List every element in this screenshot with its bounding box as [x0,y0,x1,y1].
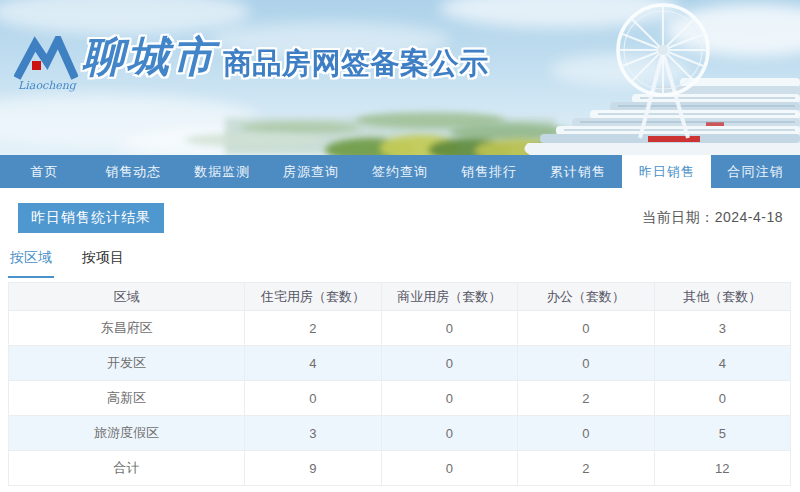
cell-value: 2 [245,311,381,346]
cell-value: 0 [518,346,654,381]
brand: Liaocheng 聊城市 商品房网签备案公示 [14,36,489,92]
cell-value: 4 [654,346,790,381]
cell-region: 高新区 [9,381,245,416]
cell-value: 0 [518,416,654,451]
cell-value: 3 [654,311,790,346]
current-date-label: 当前日期：2024-4-18 [642,209,783,227]
cell-region: 东昌府区 [9,311,245,346]
nav-item-contract-query[interactable]: 签约查询 [356,155,445,188]
table-row: 旅游度假区 3 0 0 5 [9,416,791,451]
table-header-row: 区域 住宅用房（套数） 商业用房（套数） 办公（套数） 其他（套数） [9,283,791,311]
main-nav: 首页 销售动态 数据监测 房源查询 签约查询 销售排行 累计销售 昨日销售 合同… [0,155,800,188]
col-header-commercial: 商业用房（套数） [381,283,517,311]
tab-by-project[interactable]: 按项目 [80,249,126,278]
liaocheng-logo-icon: Liaocheng [14,36,78,92]
table-row: 东昌府区 2 0 0 3 [9,311,791,346]
cell-value: 0 [245,381,381,416]
cell-region: 合计 [9,451,245,486]
cell-value: 3 [245,416,381,451]
cell-value: 0 [654,381,790,416]
cell-value: 0 [381,416,517,451]
tab-by-region[interactable]: 按区域 [8,249,54,278]
nav-item-data-monitor[interactable]: 数据监测 [178,155,267,188]
table-row: 高新区 0 0 2 0 [9,381,791,416]
cell-value: 0 [381,451,517,486]
nav-item-sales-ranking[interactable]: 销售排行 [444,155,533,188]
col-header-office: 办公（套数） [518,283,654,311]
col-header-residential: 住宅用房（套数） [245,283,381,311]
cell-value: 4 [245,346,381,381]
cell-value: 9 [245,451,381,486]
logo-script-text: Liaocheng [18,79,78,92]
nav-item-listing-query[interactable]: 房源查询 [267,155,356,188]
table-row-total: 合计 9 0 2 12 [9,451,791,486]
nav-item-total-sales[interactable]: 累计销售 [533,155,622,188]
content-area: 昨日销售统计结果 当前日期：2024-4-18 按区域 按项目 区域 住宅用房（… [0,188,800,486]
cell-value: 2 [518,381,654,416]
cell-value: 0 [518,311,654,346]
col-header-other: 其他（套数） [654,283,790,311]
sales-stats-table: 区域 住宅用房（套数） 商业用房（套数） 办公（套数） 其他（套数） 东昌府区 … [8,282,791,486]
site-name: 聊城市 [82,36,217,78]
cell-region: 旅游度假区 [9,416,245,451]
col-header-region: 区域 [9,283,245,311]
cell-value: 0 [381,381,517,416]
title-row: 昨日销售统计结果 当前日期：2024-4-18 [0,188,800,233]
nav-item-home[interactable]: 首页 [0,155,89,188]
cell-value: 5 [654,416,790,451]
nav-item-contract-cancel[interactable]: 合同注销 [711,155,800,188]
section-title-badge: 昨日销售统计结果 [18,203,164,233]
nav-item-sales-dynamics[interactable]: 销售动态 [89,155,178,188]
nav-item-yesterday-sales[interactable]: 昨日销售 [622,155,711,188]
table-row: 开发区 4 0 0 4 [9,346,791,381]
cell-value: 0 [381,346,517,381]
cell-region: 开发区 [9,346,245,381]
site-subtitle: 商品房网签备案公示 [223,49,489,78]
site-banner: Liaocheng 聊城市 商品房网签备案公示 [0,0,800,155]
view-tabs: 按区域 按项目 [8,249,800,278]
cell-value: 2 [518,451,654,486]
cell-value: 12 [654,451,790,486]
cell-value: 0 [381,311,517,346]
